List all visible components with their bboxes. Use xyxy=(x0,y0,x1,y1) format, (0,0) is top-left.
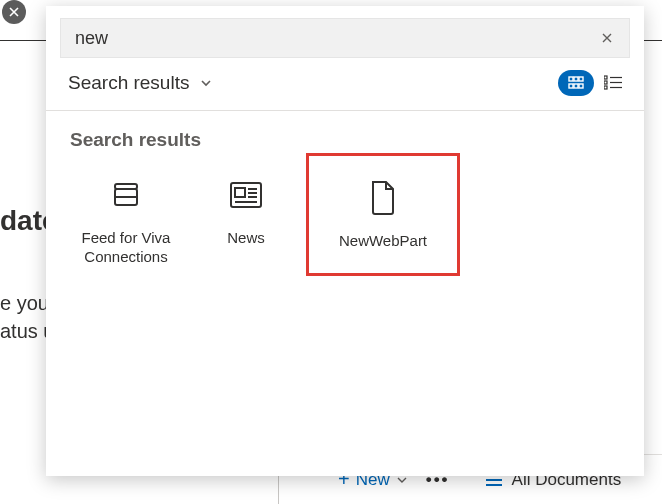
close-icon xyxy=(601,32,613,44)
svg-rect-16 xyxy=(235,188,245,197)
svg-rect-3 xyxy=(569,84,573,88)
svg-rect-4 xyxy=(574,84,578,88)
result-item-feed-viva[interactable]: Feed for Viva Connections xyxy=(66,165,186,276)
close-icon xyxy=(9,7,19,17)
svg-rect-7 xyxy=(604,81,607,84)
filter-dropdown[interactable]: Search results xyxy=(68,72,189,94)
svg-rect-2 xyxy=(579,77,583,81)
results-grid: Feed for Viva Connections News xyxy=(46,159,644,276)
grid-icon xyxy=(568,76,584,90)
news-icon xyxy=(228,180,264,210)
svg-rect-0 xyxy=(569,77,573,81)
svg-rect-6 xyxy=(604,76,607,79)
list-view-button[interactable] xyxy=(600,70,626,96)
result-item-label: News xyxy=(190,229,302,248)
close-button[interactable] xyxy=(2,0,26,24)
results-section-title: Search results xyxy=(46,111,644,159)
svg-rect-5 xyxy=(579,84,583,88)
feed-icon xyxy=(109,178,143,212)
filter-row: Search results xyxy=(46,66,644,110)
file-icon xyxy=(368,179,398,217)
search-row xyxy=(46,6,644,66)
svg-rect-1 xyxy=(574,77,578,81)
list-icon xyxy=(604,75,622,91)
result-item-newwebpart[interactable]: NewWebPart xyxy=(306,153,460,276)
search-input[interactable] xyxy=(73,27,597,50)
bg-text-fragment-1: e you' xyxy=(0,292,53,315)
result-item-news[interactable]: News xyxy=(186,165,306,276)
chevron-down-icon xyxy=(199,76,213,90)
grid-view-button[interactable] xyxy=(558,70,594,96)
clear-search-button[interactable] xyxy=(597,28,617,48)
result-item-label: Feed for Viva Connections xyxy=(70,229,182,267)
filter-dropdown-label: Search results xyxy=(68,72,189,93)
webpart-picker-panel: Search results xyxy=(46,6,644,476)
search-box[interactable] xyxy=(60,18,630,58)
svg-rect-8 xyxy=(604,86,607,89)
result-item-label: NewWebPart xyxy=(313,232,453,251)
